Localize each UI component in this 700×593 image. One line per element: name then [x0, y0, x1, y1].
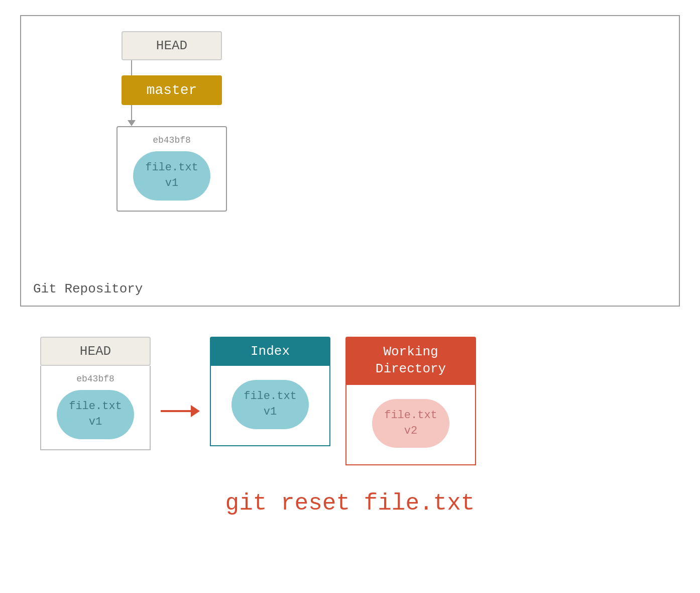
index-content-box: file.txtv1: [210, 366, 330, 446]
connector-line-2: [131, 105, 132, 120]
index-panel: Index file.txtv1: [210, 337, 330, 446]
commit-id-top: eb43bf8: [128, 135, 216, 145]
index-label: Index: [210, 337, 330, 366]
head-file-blob: file.txtv1: [57, 390, 134, 439]
connector-line-1: [131, 60, 132, 75]
arrow-right-container: [161, 405, 200, 417]
index-file-blob: file.txtv1: [231, 380, 309, 429]
bottom-boxes-row: HEAD eb43bf8 file.txtv1 Index file.txtv1: [20, 337, 680, 465]
head-label-top: HEAD: [156, 38, 187, 53]
commit-id-bottom: eb43bf8: [76, 374, 114, 384]
head-label-bottom: HEAD: [40, 337, 151, 366]
arrow-down-top: [128, 120, 136, 126]
arrow-head: [191, 405, 200, 417]
commit-box-top: eb43bf8 file.txtv1: [116, 126, 227, 212]
head-row: HEAD master eb43bf8 file.txtv1: [81, 31, 182, 212]
arrow-shaft: [161, 410, 191, 412]
arrow-right: [161, 405, 200, 417]
head-content-box: eb43bf8 file.txtv1: [40, 366, 151, 450]
master-label: master: [147, 82, 197, 98]
wd-file-blob: file.txtv2: [372, 399, 449, 448]
git-repo-label: Git Repository: [33, 281, 143, 296]
head-panel-bottom: HEAD eb43bf8 file.txtv1: [40, 337, 151, 450]
top-flow: HEAD master eb43bf8 file.txtv1: [41, 31, 659, 212]
working-directory-label: WorkingDirectory: [345, 337, 476, 385]
bottom-section: HEAD eb43bf8 file.txtv1 Index file.txtv1: [20, 337, 680, 517]
head-box-top: HEAD: [122, 31, 222, 60]
working-directory-panel: WorkingDirectory file.txtv2: [345, 337, 476, 465]
file-blob-top: file.txtv1: [133, 151, 210, 201]
wd-content-box: file.txtv2: [345, 385, 476, 465]
master-box: master: [122, 75, 222, 105]
git-repository-section: HEAD master eb43bf8 file.txtv1 Git Repos…: [20, 15, 680, 307]
git-command: git reset file.txt: [225, 490, 475, 517]
